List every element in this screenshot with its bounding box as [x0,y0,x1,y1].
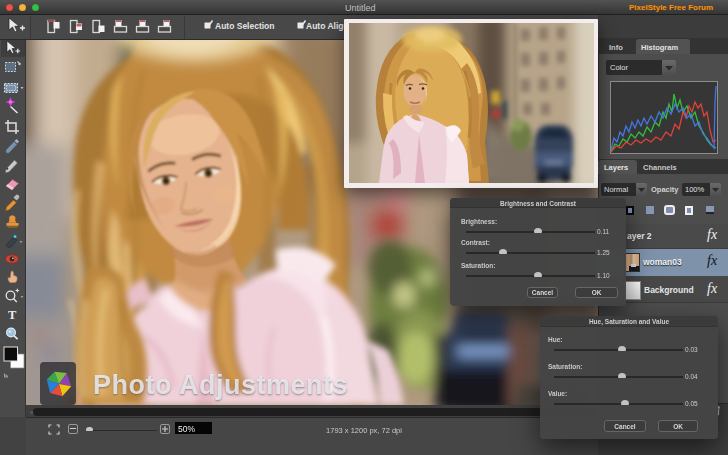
svg-text:T: T [8,308,17,322]
